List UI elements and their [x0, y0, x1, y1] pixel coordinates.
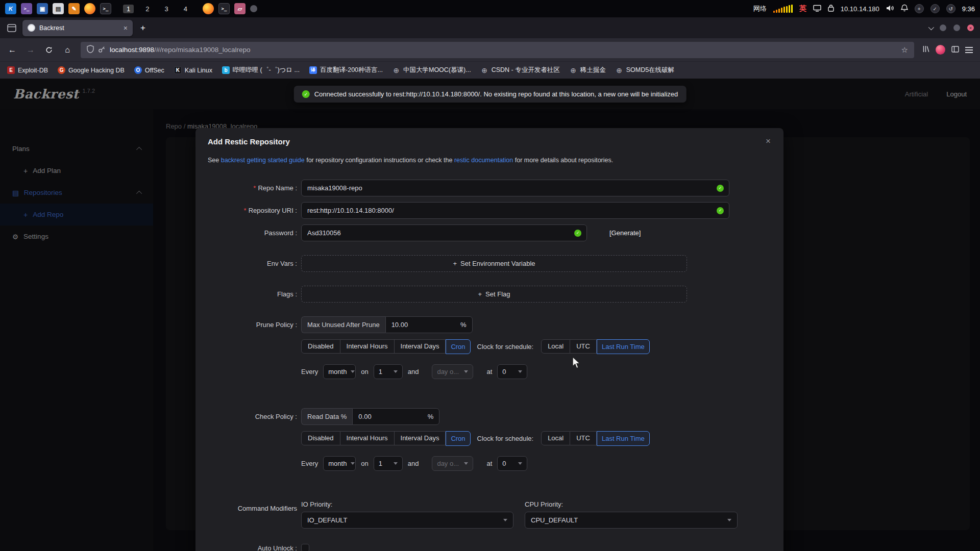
network-label[interactable]: 网络 — [753, 4, 767, 13]
bookmark-item[interactable]: ⊕SOMD5在线破解 — [616, 66, 674, 74]
firefox-window-icon[interactable] — [84, 3, 95, 14]
url-path: /#/repo/misaka19008_localrepo — [154, 46, 250, 54]
cron-unit-select[interactable]: month — [323, 456, 356, 471]
sidebar-toggle-icon[interactable] — [951, 45, 959, 55]
workspace-4[interactable]: 4 — [180, 5, 191, 13]
bookmark-item[interactable]: EExploit-DB — [7, 66, 48, 74]
workspace-3[interactable]: 3 — [161, 5, 172, 13]
workspace-2[interactable]: 2 — [142, 5, 153, 13]
new-tab-button[interactable]: + — [136, 21, 150, 35]
menu-hamburger-icon[interactable] — [965, 49, 973, 51]
cpu-priority-select[interactable]: CPU_DEFAULT — [525, 512, 738, 529]
radio-local[interactable]: Local — [541, 431, 570, 445]
io-priority-select[interactable]: IO_DEFAULT — [301, 512, 513, 529]
cron-weekday-select[interactable]: day o... — [432, 456, 473, 471]
prune-schedule-mode-group: Disabled Interval Hours Interval Days Cr… — [301, 339, 471, 354]
clock-label[interactable]: 9:36 — [962, 5, 975, 13]
radio-utc[interactable]: UTC — [570, 339, 597, 354]
firefox-view-icon[interactable] — [4, 21, 19, 35]
check-percent-input[interactable]: 0.00% — [352, 408, 439, 425]
reload-button[interactable] — [41, 42, 57, 58]
browser-tab-backrest[interactable]: Backrest × — [22, 20, 133, 36]
kali-menu-icon[interactable]: K — [5, 3, 16, 14]
window-close-button[interactable]: × — [967, 24, 974, 31]
radio-interval-days[interactable]: Interval Days — [395, 431, 446, 445]
terminal-launcher-icon[interactable]: >_ — [218, 3, 230, 14]
plus-circle-icon[interactable]: + — [915, 4, 924, 13]
radio-disabled[interactable]: Disabled — [301, 431, 340, 445]
list-tabs-chevron-icon[interactable] — [928, 24, 934, 30]
input-method-indicator[interactable]: 英 — [799, 4, 806, 13]
prune-mode-addon[interactable]: Max Unused After Prune — [301, 316, 385, 333]
bookmark-item[interactable]: ⊕稀土掘金 — [570, 66, 606, 74]
bookmark-item[interactable]: OOffSec — [134, 66, 164, 74]
library-icon[interactable] — [922, 45, 929, 55]
bookmark-item[interactable]: 译百度翻译-200种语言... — [309, 66, 383, 74]
bookmark-item[interactable]: ⊕CSDN - 专业开发者社区 — [481, 66, 560, 74]
set-flag-button[interactable]: +Set Flag — [301, 286, 687, 303]
window-maximize-button[interactable] — [953, 24, 960, 31]
cron-weekday-select[interactable]: day o... — [432, 364, 473, 379]
desc-text: for more details about repositories. — [513, 157, 613, 164]
cron-day-select[interactable]: 1 — [374, 364, 403, 379]
firefox-launcher-icon[interactable] — [203, 3, 214, 14]
radio-interval-hours[interactable]: Interval Hours — [340, 431, 395, 445]
modal-description: See backrest getting started guide for r… — [208, 157, 613, 164]
bookmark-item[interactable]: KKali Linux — [174, 66, 212, 74]
status-circle-icon[interactable]: ✓ — [930, 4, 940, 13]
globe-icon: ⊕ — [393, 66, 400, 74]
set-environment-variable-button[interactable]: +Set Environment Variable — [301, 255, 687, 272]
cron-on-label: on — [361, 368, 368, 375]
account-avatar[interactable] — [936, 45, 945, 55]
bookmark-item[interactable]: GGoogle Hacking DB — [58, 66, 125, 74]
bookmark-item[interactable]: b哔哩哔哩 (゜-゜)つロ ... — [222, 66, 300, 74]
terminal-window-icon[interactable]: >_ — [100, 3, 111, 14]
bookmark-star-icon[interactable]: ☆ — [901, 45, 908, 55]
radio-local[interactable]: Local — [541, 339, 570, 354]
generate-password-button[interactable]: [Generate] — [609, 229, 641, 237]
window-minimize-button[interactable] — [940, 24, 946, 31]
radio-interval-hours[interactable]: Interval Hours — [340, 339, 395, 354]
modal-close-icon[interactable]: × — [762, 135, 774, 147]
forward-button[interactable]: → — [22, 42, 39, 58]
session-circle-icon[interactable]: ↺ — [946, 4, 955, 13]
chevron-down-icon — [464, 462, 468, 465]
tracking-shield-icon[interactable] — [87, 45, 94, 55]
home-button[interactable]: ⌂ — [59, 42, 76, 58]
repo-name-input[interactable]: misaka19008-repo✓ — [301, 180, 729, 196]
cron-hour-select[interactable]: 0 — [497, 456, 527, 471]
file-manager-icon[interactable]: ▤ — [53, 3, 64, 14]
cron-hour-select[interactable]: 0 — [497, 364, 527, 379]
radio-disabled[interactable]: Disabled — [301, 339, 340, 354]
radio-last-run-time[interactable]: Last Run Time — [597, 339, 650, 354]
display-icon[interactable] — [813, 5, 821, 13]
cron-day-select[interactable]: 1 — [374, 456, 403, 471]
tab-close-icon[interactable]: × — [124, 24, 128, 32]
radio-interval-days[interactable]: Interval Days — [395, 339, 446, 354]
cron-unit-select[interactable]: month — [323, 364, 356, 379]
folder-launcher-icon[interactable]: ▱ — [234, 3, 246, 14]
app-window-icon[interactable]: ▣ — [37, 3, 48, 14]
url-bar[interactable]: localhost:9898/#/repo/misaka19008_localr… — [81, 42, 914, 58]
password-input[interactable]: Asd310056✓ — [301, 224, 587, 241]
panel-right: 网络 英 10.10.14.180 + ✓ ↺ 9:36 — [753, 4, 975, 13]
terminal-window-icon[interactable]: >_ — [21, 3, 32, 14]
repo-uri-input[interactable]: rest:http://10.10.14.180:8000/✓ — [301, 202, 729, 219]
lock-icon[interactable] — [828, 4, 834, 13]
notifications-bell-icon[interactable] — [901, 4, 908, 13]
check-mode-addon[interactable]: Read Data % — [301, 408, 352, 425]
radio-utc[interactable]: UTC — [570, 431, 597, 445]
workspace-1[interactable]: 1 — [123, 5, 134, 13]
prune-percent-input[interactable]: 10.00% — [385, 316, 473, 333]
back-button[interactable]: ← — [4, 42, 20, 58]
bookmark-item[interactable]: ⊕中国大学MOOC(慕课)... — [393, 66, 471, 74]
editor-window-icon[interactable]: ✎ — [68, 3, 80, 14]
volume-icon[interactable] — [886, 5, 894, 13]
radio-cron[interactable]: Cron — [446, 339, 470, 354]
radio-last-run-time[interactable]: Last Run Time — [597, 431, 650, 446]
auto-unlock-checkbox[interactable] — [301, 544, 309, 551]
key-permission-icon[interactable] — [98, 45, 106, 55]
getting-started-guide-link[interactable]: backrest getting started guide — [221, 157, 305, 164]
restic-documentation-link[interactable]: restic documentation — [454, 157, 513, 164]
radio-cron[interactable]: Cron — [446, 431, 470, 446]
